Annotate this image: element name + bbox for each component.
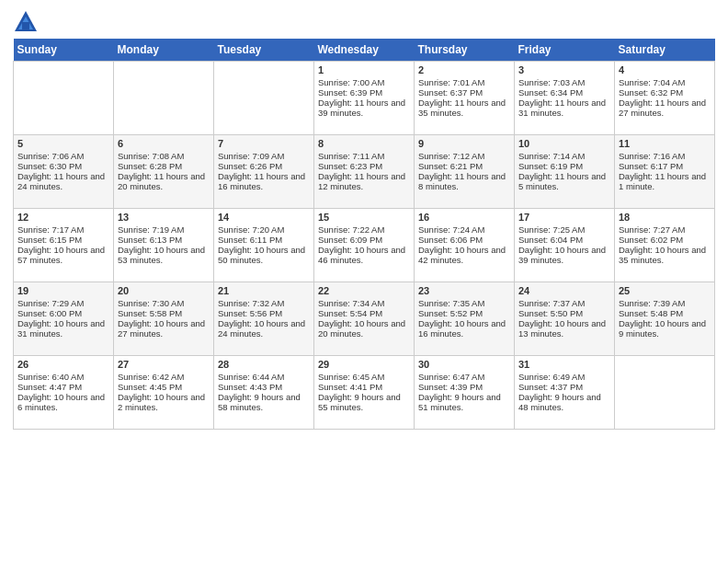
col-header-tuesday: Tuesday: [214, 39, 314, 62]
calendar-cell: 22Sunrise: 7:34 AMSunset: 5:54 PMDayligh…: [314, 282, 415, 356]
calendar-cell: 12Sunrise: 7:17 AMSunset: 6:15 PMDayligh…: [14, 209, 114, 282]
calendar-cell: 16Sunrise: 7:24 AMSunset: 6:06 PMDayligh…: [415, 209, 515, 282]
day-number: 24: [518, 285, 610, 296]
day-number: 21: [218, 285, 310, 296]
sunrise-text: Sunrise: 7:19 AM: [118, 224, 184, 235]
sunset-text: Sunset: 6:26 PM: [218, 161, 282, 171]
sunset-text: Sunset: 6:06 PM: [418, 235, 483, 245]
sunset-text: Sunset: 4:41 PM: [318, 382, 382, 392]
sunset-text: Sunset: 6:00 PM: [17, 308, 82, 318]
sunset-text: Sunset: 6:02 PM: [619, 235, 683, 245]
calendar-cell: 31Sunrise: 6:49 AMSunset: 4:37 PMDayligh…: [515, 356, 615, 430]
day-number: 2: [418, 64, 510, 75]
sunrise-text: Sunrise: 7:14 AM: [518, 151, 585, 161]
calendar-cell: 26Sunrise: 6:40 AMSunset: 4:47 PMDayligh…: [14, 356, 114, 430]
week-row-3: 12Sunrise: 7:17 AMSunset: 6:15 PMDayligh…: [14, 209, 715, 282]
sunset-text: Sunset: 6:19 PM: [518, 161, 583, 171]
sunrise-text: Sunrise: 7:34 AM: [318, 298, 384, 308]
week-row-4: 19Sunrise: 7:29 AMSunset: 6:00 PMDayligh…: [14, 282, 715, 356]
sunrise-text: Sunrise: 7:08 AM: [118, 151, 184, 161]
calendar-cell: 15Sunrise: 7:22 AMSunset: 6:09 PMDayligh…: [314, 209, 415, 282]
logo: [13, 9, 42, 35]
calendar-cell: 6Sunrise: 7:08 AMSunset: 6:28 PMDaylight…: [114, 135, 214, 209]
day-number: 11: [619, 138, 711, 149]
day-number: 1: [318, 64, 410, 75]
sunset-text: Sunset: 6:15 PM: [17, 235, 82, 245]
col-header-friday: Friday: [515, 39, 615, 62]
day-number: 18: [619, 212, 711, 223]
daylight-text: Daylight: 11 hours and 27 minutes.: [619, 98, 706, 118]
day-number: 3: [518, 64, 610, 75]
sunrise-text: Sunrise: 7:04 AM: [619, 77, 685, 87]
daylight-text: Daylight: 10 hours and 42 minutes.: [418, 245, 506, 265]
daylight-text: Daylight: 11 hours and 5 minutes.: [518, 171, 606, 191]
page-container: SundayMondayTuesdayWednesdayThursdayFrid…: [0, 0, 728, 439]
calendar-cell: 20Sunrise: 7:30 AMSunset: 5:58 PMDayligh…: [114, 282, 214, 356]
sunrise-text: Sunrise: 6:47 AM: [418, 372, 484, 382]
daylight-text: Daylight: 11 hours and 1 minute.: [619, 171, 706, 191]
day-number: 4: [619, 64, 711, 75]
sunrise-text: Sunrise: 7:09 AM: [218, 151, 284, 161]
sunrise-text: Sunrise: 7:30 AM: [118, 298, 184, 308]
daylight-text: Daylight: 11 hours and 16 minutes.: [218, 171, 305, 191]
day-number: 13: [118, 212, 210, 223]
day-number: 8: [318, 138, 410, 149]
sunset-text: Sunset: 6:30 PM: [17, 161, 82, 171]
sunset-text: Sunset: 4:43 PM: [218, 382, 282, 392]
daylight-text: Daylight: 10 hours and 39 minutes.: [518, 245, 606, 265]
day-number: 30: [418, 359, 510, 370]
sunrise-text: Sunrise: 7:32 AM: [218, 298, 284, 308]
calendar-cell: 3Sunrise: 7:03 AMSunset: 6:34 PMDaylight…: [515, 62, 615, 135]
calendar-cell: 18Sunrise: 7:27 AMSunset: 6:02 PMDayligh…: [615, 209, 715, 282]
sunrise-text: Sunrise: 6:44 AM: [218, 372, 284, 382]
day-number: 5: [17, 138, 109, 149]
calendar-cell: 28Sunrise: 6:44 AMSunset: 4:43 PMDayligh…: [214, 356, 314, 430]
calendar-cell: 24Sunrise: 7:37 AMSunset: 5:50 PMDayligh…: [515, 282, 615, 356]
logo-icon: [13, 9, 39, 35]
col-header-wednesday: Wednesday: [314, 39, 415, 62]
daylight-text: Daylight: 10 hours and 24 minutes.: [218, 318, 305, 339]
day-number: 29: [318, 359, 410, 370]
sunset-text: Sunset: 6:13 PM: [118, 235, 182, 245]
day-number: 9: [418, 138, 510, 149]
day-number: 12: [17, 212, 109, 223]
week-row-1: 1Sunrise: 7:00 AMSunset: 6:39 PMDaylight…: [14, 62, 715, 135]
sunrise-text: Sunrise: 7:27 AM: [619, 224, 685, 235]
calendar-cell: 10Sunrise: 7:14 AMSunset: 6:19 PMDayligh…: [515, 135, 615, 209]
calendar-cell: 1Sunrise: 7:00 AMSunset: 6:39 PMDaylight…: [314, 62, 415, 135]
calendar-cell: [615, 356, 715, 430]
sunset-text: Sunset: 4:37 PM: [518, 382, 583, 392]
calendar-cell: 19Sunrise: 7:29 AMSunset: 6:00 PMDayligh…: [14, 282, 114, 356]
sunrise-text: Sunrise: 7:12 AM: [418, 151, 484, 161]
sunset-text: Sunset: 6:32 PM: [619, 87, 683, 98]
col-header-sunday: Sunday: [14, 39, 114, 62]
sunset-text: Sunset: 6:28 PM: [118, 161, 182, 171]
sunrise-text: Sunrise: 7:00 AM: [318, 77, 384, 87]
daylight-text: Daylight: 9 hours and 58 minutes.: [218, 392, 301, 412]
day-number: 23: [418, 285, 510, 296]
calendar-cell: 14Sunrise: 7:20 AMSunset: 6:11 PMDayligh…: [214, 209, 314, 282]
sunrise-text: Sunrise: 7:22 AM: [318, 224, 384, 235]
daylight-text: Daylight: 10 hours and 31 minutes.: [17, 318, 105, 339]
day-number: 28: [218, 359, 310, 370]
daylight-text: Daylight: 10 hours and 16 minutes.: [418, 318, 506, 339]
daylight-text: Daylight: 10 hours and 46 minutes.: [318, 245, 405, 265]
sunrise-text: Sunrise: 6:45 AM: [318, 372, 384, 382]
daylight-text: Daylight: 10 hours and 20 minutes.: [318, 318, 405, 339]
calendar-cell: 30Sunrise: 6:47 AMSunset: 4:39 PMDayligh…: [415, 356, 515, 430]
daylight-text: Daylight: 11 hours and 39 minutes.: [318, 98, 405, 118]
daylight-text: Daylight: 10 hours and 35 minutes.: [619, 245, 706, 265]
calendar-cell: 25Sunrise: 7:39 AMSunset: 5:48 PMDayligh…: [615, 282, 715, 356]
sunset-text: Sunset: 5:50 PM: [518, 308, 583, 318]
day-number: 7: [218, 138, 310, 149]
day-number: 31: [518, 359, 610, 370]
calendar-header-row: SundayMondayTuesdayWednesdayThursdayFrid…: [14, 39, 715, 62]
day-number: 10: [518, 138, 610, 149]
sunrise-text: Sunrise: 7:16 AM: [619, 151, 685, 161]
sunrise-text: Sunrise: 7:20 AM: [218, 224, 284, 235]
sunrise-text: Sunrise: 7:35 AM: [418, 298, 484, 308]
day-number: 25: [619, 285, 711, 296]
daylight-text: Daylight: 11 hours and 20 minutes.: [118, 171, 205, 191]
day-number: 17: [518, 212, 610, 223]
header: [13, 9, 715, 35]
